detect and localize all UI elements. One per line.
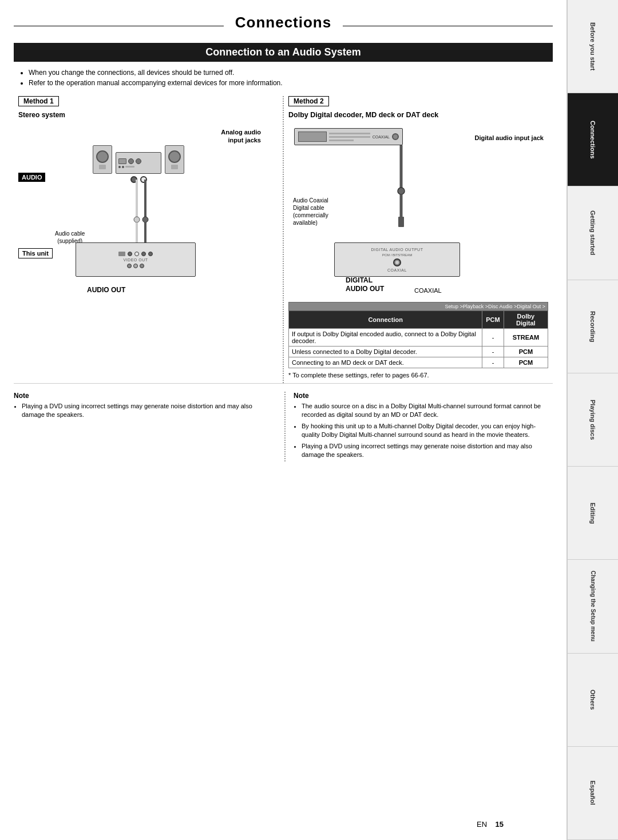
table-row-2: Connecting to an MD deck or DAT deck. - … [289, 357, 548, 368]
svg-point-4 [142, 217, 148, 222]
audio-out-label: AUDIO OUT [87, 286, 125, 294]
left-speaker-icon [93, 145, 112, 174]
table-row-0: If output is Dolby Digital encoded audio… [289, 329, 548, 347]
table-note: * To complete these settings, refer to p… [288, 372, 548, 379]
note-right-item-1: By hooking this unit up to a Multi-chann… [302, 422, 553, 440]
note-left-item-0: Playing a DVD using incorrect settings m… [22, 402, 273, 420]
note-right-item-0: The audio source on a disc in a Dolby Di… [302, 402, 553, 420]
bullet-1: When you change the connections, all dev… [29, 67, 553, 78]
amp-unit-icon [116, 152, 161, 174]
table-cell-pcm-2: - [482, 357, 504, 368]
sidebar-item-editing[interactable]: Editing [567, 467, 618, 560]
table-cell-dolby-0: STREAM [504, 329, 548, 347]
method2-col: Method 2 Dolby Digital decoder, MD deck … [284, 96, 553, 383]
digital-audio-label: Digital audio input jack [475, 134, 544, 142]
page-number: EN 15 [477, 820, 504, 829]
setting-table-area: Setup >Playback >Disc Audio >Digital Out… [288, 302, 548, 379]
audio-coaxial-label: Audio Coaxial Digital cable (commerciall… [293, 197, 328, 226]
svg-point-1 [134, 217, 140, 222]
sidebar: Before you start Connections Getting sta… [566, 0, 618, 840]
col-dolby-header: Dolby Digital [504, 311, 548, 329]
svg-point-9 [398, 188, 405, 194]
method1-label: Method 1 [18, 96, 59, 106]
sidebar-item-before-you-start[interactable]: Before you start [567, 0, 618, 93]
table-cell-pcm-0: - [482, 329, 504, 347]
coaxial-label: COAXIAL [414, 287, 442, 294]
table-cell-connection-0: If output is Dolby Digital encoded audio… [289, 329, 482, 347]
section-heading: Connection to an Audio System [14, 43, 553, 62]
sidebar-item-playing-discs[interactable]: Playing discs [567, 373, 618, 467]
table-cell-dolby-2: PCM [504, 357, 548, 368]
note-left: Note Playing a DVD using incorrect setti… [14, 392, 273, 461]
table-path-row: Setup >Playback >Disc Audio >Digital Out… [289, 302, 548, 311]
methods-area: Method 1 Stereo system Analog audio inpu… [14, 96, 553, 384]
note-left-title: Note [14, 392, 273, 400]
note-right-item-2: Playing a DVD using incorrect settings m… [302, 442, 553, 460]
note-left-list: Playing a DVD using incorrect settings m… [14, 402, 273, 420]
note-right: Note The audio source on a disc in a Dol… [284, 392, 553, 461]
col-setting-header: Connection [289, 311, 482, 329]
page-title: Connections [224, 14, 343, 31]
analog-audio-label: Analog audio input jacks [221, 128, 261, 145]
sidebar-item-espanol[interactable]: Español [567, 747, 618, 840]
table-header-row: Connection PCM Dolby Digital [289, 311, 548, 329]
right-speaker-icon [165, 145, 184, 174]
method2-subtitle: Dolby Digital decoder, MD deck or DAT de… [288, 111, 548, 119]
table-cell-connection-1: Unless connected to a Dolby Digital deco… [289, 347, 482, 357]
this-unit-device-right: DIGITAL AUDIO OUTPUT PCM / BITSTREAM COA… [334, 242, 460, 277]
svg-rect-11 [398, 217, 404, 227]
sidebar-item-setup-menu[interactable]: Changing the Setup menu [567, 560, 618, 653]
sidebar-item-others[interactable]: Others [567, 654, 618, 747]
method1-diagram: Analog audio input jacks [18, 122, 278, 300]
note-right-title: Note [294, 392, 553, 400]
bullet-2: Refer to the operation manual accompanyi… [29, 78, 553, 88]
sidebar-item-getting-started[interactable]: Getting started [567, 186, 618, 280]
table-row-1: Unless connected to a Dolby Digital deco… [289, 347, 548, 357]
note-right-list: The audio source on a disc in a Dolby Di… [294, 402, 553, 459]
notes-area: Note Playing a DVD using incorrect setti… [14, 392, 553, 461]
sidebar-item-recording[interactable]: Recording [567, 280, 618, 373]
method1-subtitle: Stereo system [18, 111, 278, 119]
this-unit-device: VIDEO OUT [76, 242, 196, 277]
table-cell-connection-2: Connecting to an MD deck or DAT deck. [289, 357, 482, 368]
sidebar-item-connections[interactable]: Connections [567, 93, 618, 186]
this-unit-label: This unit [18, 248, 53, 258]
setting-table: Setup >Playback >Disc Audio >Digital Out… [288, 302, 548, 368]
method1-col: Method 1 Stereo system Analog audio inpu… [14, 96, 284, 383]
stereo-device [81, 145, 196, 183]
digital-audio-out-label: DIGITAL AUDIO OUT [346, 276, 384, 294]
page-title-wrap: Connections [14, 14, 553, 37]
method2-diagram: COAXIAL Digital audio input jack [288, 122, 548, 300]
method2-label: Method 2 [288, 96, 329, 106]
intro-bullets: When you change the connections, all dev… [14, 67, 553, 88]
table-cell-pcm-1: - [482, 347, 504, 357]
col-pcm-header: PCM [482, 311, 504, 329]
table-cell-dolby-1: PCM [504, 347, 548, 357]
